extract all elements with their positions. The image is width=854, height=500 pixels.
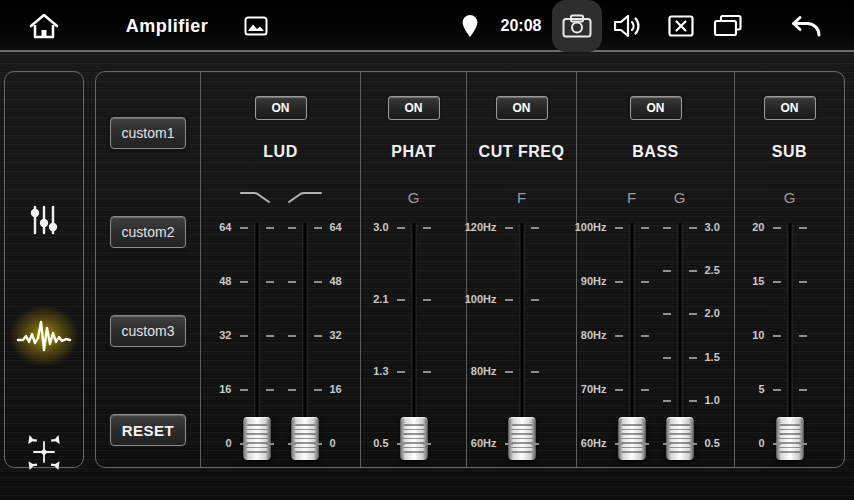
slider: 3.02.52.01.51.00.5 — [660, 222, 700, 462]
tick-label: 60Hz — [451, 437, 497, 449]
tick-dash — [663, 443, 671, 445]
slider-thumb[interactable] — [776, 417, 803, 460]
tick-dash — [314, 335, 322, 337]
gallery-icon — [244, 16, 268, 36]
gallery-button[interactable] — [240, 0, 272, 52]
slider-param-label: G — [394, 189, 434, 206]
left-nav-rail — [4, 71, 84, 468]
channel-on-button[interactable]: ON — [764, 96, 816, 120]
tick-dash — [240, 335, 248, 337]
top-status-bar: Amplifier 20:08 — [0, 0, 854, 52]
slider-tick: 3.0 — [660, 227, 700, 229]
slider-tick: 90Hz — [612, 281, 652, 283]
slider-tick: 0 — [285, 443, 325, 445]
channel-on-button[interactable]: ON — [388, 96, 440, 120]
tick-dash — [615, 335, 623, 337]
slider: 20151050 — [770, 222, 810, 462]
tick-label: 90Hz — [561, 275, 607, 287]
tick-dash — [641, 335, 649, 337]
channel-title: CUT FREQ — [479, 143, 565, 161]
channel-sliders: 20151050 — [735, 222, 844, 462]
slider-tick: 15 — [770, 281, 810, 283]
slider: 3.02.11.30.5 — [394, 222, 434, 462]
slider-thumb[interactable] — [243, 417, 270, 460]
reset-button[interactable]: RESET — [110, 414, 186, 446]
tick-dash — [505, 227, 513, 229]
tick-label: 80Hz — [561, 329, 607, 341]
tick-label: 0.5 — [343, 437, 389, 449]
tick-dash — [773, 227, 781, 229]
recent-apps-icon — [713, 14, 743, 38]
tick-dash — [288, 389, 296, 391]
slider-tick: 32 — [237, 335, 277, 337]
slider-thumb-ridges — [246, 424, 267, 453]
nav-equalizer[interactable] — [5, 188, 83, 252]
slider-tick: 70Hz — [612, 389, 652, 391]
slider-thumb-ridges — [621, 424, 642, 453]
close-app-button[interactable] — [664, 0, 698, 52]
tick-label: 70Hz — [561, 383, 607, 395]
channel-column-cut-freq: ON CUT FREQ F 120Hz100Hz80Hz60Hz — [466, 72, 576, 467]
slider-thumb[interactable] — [400, 417, 427, 460]
camera-icon — [562, 14, 592, 38]
back-button[interactable] — [782, 0, 826, 52]
channel-title: PHAT — [391, 143, 435, 161]
tick-dash — [799, 281, 807, 283]
slider-thumb-ridges — [403, 424, 424, 453]
low-shelf-curve-icon — [239, 189, 275, 205]
preset-custom1-button[interactable]: custom1 — [110, 117, 186, 149]
screenshot-button[interactable] — [552, 0, 602, 52]
tick-dash — [799, 335, 807, 337]
tick-dash — [773, 443, 781, 445]
slider-thumb-ridges — [669, 424, 690, 453]
tick-dash — [314, 389, 322, 391]
slider-tick: 10 — [770, 335, 810, 337]
tick-label: 3.0 — [343, 221, 389, 233]
preset-custom2-button[interactable]: custom2 — [110, 216, 186, 248]
channel-on-button[interactable]: ON — [255, 96, 307, 120]
slider-tick: 0 — [770, 443, 810, 445]
slider-tick: 16 — [237, 389, 277, 391]
channel-on-button[interactable]: ON — [630, 96, 682, 120]
channel-sublabels: G — [735, 185, 844, 209]
nav-speaker-balance[interactable] — [5, 420, 83, 484]
home-button[interactable] — [24, 0, 64, 52]
tick-label: 5 — [719, 383, 765, 395]
slider-thumb[interactable] — [508, 417, 535, 460]
high-shelf-curve-icon — [287, 189, 323, 205]
tick-dash — [663, 270, 671, 272]
volume-icon — [613, 13, 643, 39]
nav-sound-effects-active[interactable] — [5, 304, 83, 368]
volume-button[interactable] — [610, 0, 646, 52]
preset-custom3-button[interactable]: custom3 — [110, 315, 186, 347]
slider-tick: 32 — [285, 335, 325, 337]
channel-sublabels: FG — [577, 185, 734, 209]
tick-dash — [773, 281, 781, 283]
tick-label: 20 — [719, 221, 765, 233]
tick-dash — [423, 371, 431, 373]
tick-dash — [799, 227, 807, 229]
channel-title: BASS — [632, 143, 678, 161]
tick-dash — [689, 270, 697, 272]
tick-dash — [397, 227, 405, 229]
channel-on-button[interactable]: ON — [496, 96, 548, 120]
page-title: Amplifier — [112, 0, 222, 52]
tick-dash — [663, 227, 671, 229]
slider-thumb[interactable] — [666, 417, 693, 460]
slider-thumb[interactable] — [291, 417, 318, 460]
slider: 644832160 — [285, 222, 325, 462]
slider-tick: 80Hz — [612, 335, 652, 337]
tick-label: 0 — [186, 437, 232, 449]
channel-title: LUD — [263, 143, 297, 161]
tick-dash — [397, 443, 405, 445]
tick-dash — [615, 443, 623, 445]
slider-thumb[interactable] — [618, 417, 645, 460]
recent-apps-button[interactable] — [708, 0, 748, 52]
channel-column-phat: ON PHAT G 3.02.11.30.5 — [360, 72, 466, 467]
clock: 20:08 — [492, 0, 550, 52]
tick-dash — [240, 227, 248, 229]
tick-label: 1.3 — [343, 365, 389, 377]
slider-tick: 2.0 — [660, 313, 700, 315]
tick-dash — [531, 371, 539, 373]
tick-dash — [663, 313, 671, 315]
